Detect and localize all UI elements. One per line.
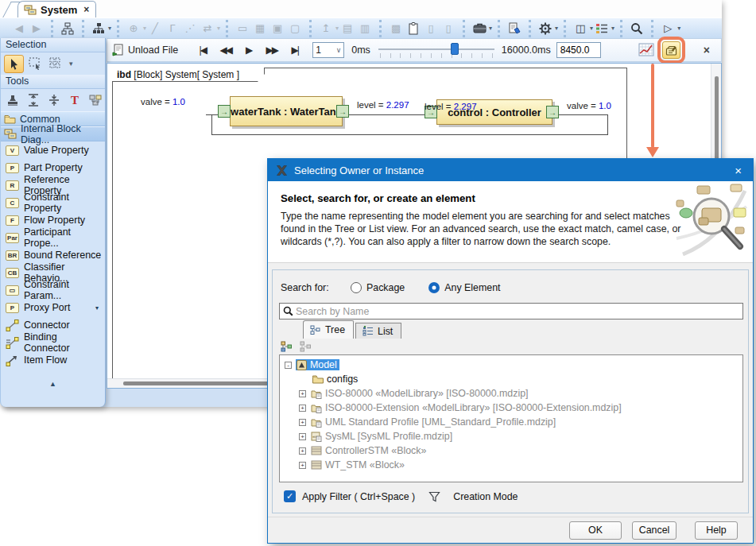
filter-icon[interactable] [428, 491, 440, 502]
view-options-dropdown-icon[interactable]: ▾ [611, 25, 614, 32]
step-last-icon[interactable]: ▶| [283, 42, 306, 58]
time-input[interactable] [556, 42, 601, 58]
related-elements-dropdown-icon[interactable]: ▾ [108, 25, 111, 32]
expand-toggle-icon[interactable]: + [299, 433, 306, 440]
selection-dropdown[interactable]: ▾ [69, 60, 73, 68]
tree-item-uml[interactable]: +UML Standard Profile [UML_Standard_Prof… [280, 415, 742, 429]
fast-forward-icon[interactable]: ▶▶ [260, 42, 283, 58]
toolbox-dropdown-icon[interactable]: ▾ [489, 25, 492, 32]
validation-icon[interactable] [506, 21, 522, 37]
structure-map-icon[interactable] [87, 91, 104, 109]
chart-icon[interactable] [638, 41, 655, 59]
delete-from-model-icon[interactable]: ▯ [440, 21, 456, 37]
copy-icon[interactable]: ▩ [388, 21, 404, 37]
layers-icon[interactable]: ▤ [339, 21, 355, 37]
radio-package[interactable] [351, 282, 362, 293]
collapse-toggle-icon[interactable]: - [285, 362, 292, 369]
make-same-size-icon[interactable]: ▭ [235, 21, 250, 37]
toolbox-item-item-flow[interactable]: Item Flow [1, 351, 105, 369]
export-diagram-dropdown-icon[interactable]: ▾ [335, 25, 339, 32]
port-control-out[interactable]: → [546, 106, 559, 118]
block-watertank[interactable]: waterTank : WaterTank [230, 96, 343, 126]
add-related-dropdown-icon[interactable]: ▾ [143, 25, 146, 32]
delete-icon[interactable]: ▯ [423, 21, 439, 37]
ok-button[interactable]: OK [569, 521, 622, 540]
scroll-up-icon[interactable]: ▲ [1, 380, 105, 388]
creation-mode-label[interactable]: Creation Mode [453, 491, 518, 502]
expand-nodes-icon[interactable] [281, 341, 293, 352]
dialog-close-icon[interactable]: × [731, 164, 745, 177]
window-layout-icon[interactable]: ◫ [572, 21, 588, 37]
tree-item-sysml[interactable]: +«»SysML [SysML Profile.mdzip] [280, 429, 742, 443]
expand-vertically-icon[interactable] [25, 91, 42, 109]
cancel-button[interactable]: Cancel [632, 521, 677, 540]
expand-toggle-icon[interactable]: + [299, 390, 306, 397]
search-icon[interactable] [629, 21, 645, 37]
toolbox-item-proxy-port[interactable]: PProxy Port▾ [1, 299, 105, 316]
apply-filter-checkbox[interactable]: ✓ [284, 490, 296, 502]
run-dropdown-icon[interactable]: ▾ [677, 25, 680, 32]
chevron-down-icon[interactable]: ▾ [95, 304, 99, 312]
text-tool-icon[interactable]: T [66, 91, 83, 109]
collapse-vertically-icon[interactable] [45, 91, 63, 109]
expand-toggle-icon[interactable]: + [299, 447, 306, 455]
tab-tree[interactable]: Tree [303, 320, 354, 339]
add-related-icon[interactable]: ⊕ [126, 21, 142, 37]
export-diagram-icon[interactable]: ↥ [318, 21, 334, 37]
pointer-icon[interactable] [4, 55, 24, 73]
port-watertank-out[interactable]: → [336, 105, 349, 118]
tree-item-model[interactable]: -Model [280, 358, 742, 372]
tab-close-icon[interactable]: × [83, 4, 89, 15]
reset-path-dropdown-icon[interactable]: ▾ [217, 25, 220, 32]
toolbox-icon[interactable] [471, 21, 487, 37]
window-layout-dropdown-icon[interactable]: ▾ [590, 25, 593, 32]
settings-icon[interactable] [537, 21, 553, 37]
toolbox-item-binding-connector[interactable]: Binding Connector [1, 334, 105, 351]
port-watertank-in[interactable]: → [218, 105, 231, 118]
back-icon[interactable]: ◀ [11, 21, 27, 37]
tree-item-controllerstm[interactable]: +ControllerSTM «Block» [280, 443, 742, 458]
containment-tree-icon[interactable] [60, 21, 76, 37]
stamp-mode-icon[interactable] [4, 91, 21, 109]
radio-package-label[interactable]: Package [366, 282, 405, 293]
marquee-select-icon[interactable] [27, 55, 45, 72]
group-select-icon[interactable] [48, 55, 65, 72]
search-input[interactable] [296, 306, 739, 317]
run-icon[interactable]: ▷ [660, 21, 676, 37]
step-first-icon[interactable]: |◀ [191, 42, 214, 58]
radio-any-element[interactable] [428, 282, 440, 293]
insert-table-icon[interactable]: ▦ [252, 21, 268, 37]
forward-icon[interactable]: ▶ [29, 21, 45, 37]
speed-combobox[interactable]: 1 ∨ [312, 42, 344, 58]
play-icon[interactable]: ▶ [237, 42, 260, 58]
expand-toggle-icon[interactable]: + [299, 405, 306, 412]
slider-handle[interactable] [451, 43, 459, 55]
toolbox-item-constraint-param-[interactable]: ▭Constraint Param... [1, 281, 105, 299]
tab-system[interactable]: System × [17, 1, 96, 17]
unload-file-button[interactable]: Unload File [112, 44, 178, 56]
model-library-icon[interactable]: ▥ [357, 21, 373, 37]
view-options-icon[interactable] [594, 21, 610, 37]
tree-item-wt_stm[interactable]: +WT_STM «Block» [280, 458, 742, 472]
help-button[interactable]: Help [695, 521, 738, 540]
insert-frame-icon[interactable]: ▢ [287, 21, 303, 37]
tree-item-iso-80000[interactable]: +ISO-80000 «ModelLibrary» [ISO-80000.mdz… [280, 386, 742, 401]
oblique-path-icon[interactable]: ⋰ [182, 21, 198, 37]
step-back-icon[interactable]: ◀◀ [214, 42, 237, 58]
dialog-titlebar[interactable]: Selecting Owner or Instance × [268, 159, 753, 181]
paste-icon[interactable] [405, 21, 421, 37]
tree-item-iso-80000-extension[interactable]: +ISO-80000-Extension «ModelLibrary» [ISO… [280, 401, 742, 415]
select-instance-icon[interactable] [662, 41, 680, 59]
toolbox-item-participant-prope-[interactable]: ParParticipant Prope... [1, 229, 105, 246]
draw-line-icon[interactable]: ╱ [147, 21, 163, 37]
time-slider[interactable] [378, 41, 494, 59]
simulation-close-icon[interactable]: × [704, 44, 710, 56]
radio-any-element-label[interactable]: Any Element [444, 282, 500, 293]
tree-item-configs[interactable]: configs [280, 372, 742, 386]
section-internal-block-diag-[interactable]: Internal Block Diag... [1, 126, 105, 141]
related-elements-icon[interactable] [91, 21, 107, 37]
toolbox-item-constraint-property[interactable]: CConstraint Property [1, 194, 105, 211]
apply-filter-label[interactable]: Apply Filter ( Ctrl+Space ) [302, 491, 415, 502]
reset-path-icon[interactable]: ⇄ [200, 21, 215, 37]
draw-path-icon[interactable]: Γ [165, 21, 180, 37]
